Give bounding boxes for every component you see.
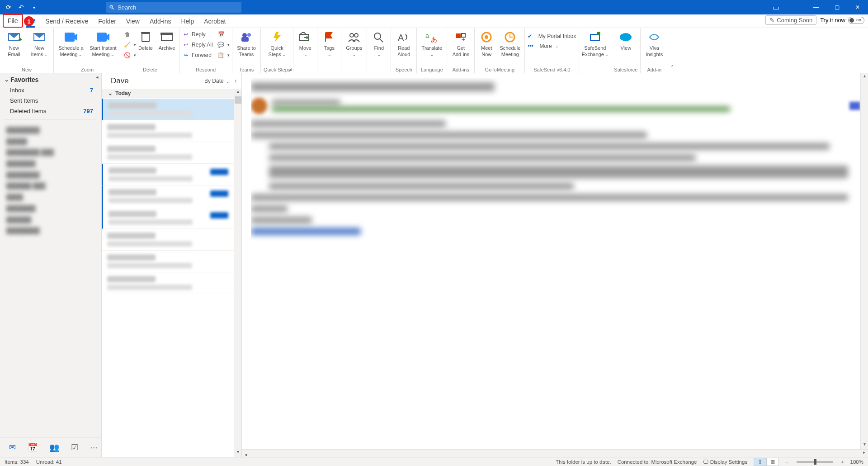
group-label-viva: Add-in bbox=[647, 67, 661, 73]
flag-icon[interactable] bbox=[849, 102, 860, 110]
nav-sent-items[interactable]: Sent Items bbox=[0, 95, 101, 106]
message-item[interactable] bbox=[102, 229, 234, 251]
message-item[interactable] bbox=[102, 164, 234, 185]
coming-soon-button[interactable]: ✎ Coming Soon bbox=[765, 15, 816, 25]
translate-button[interactable]: aあ Translate⌄ bbox=[420, 30, 444, 58]
ribbon-display-options-icon[interactable]: ▭ bbox=[767, 0, 785, 14]
translate-label: Translate⌄ bbox=[422, 45, 442, 58]
delete-button[interactable]: Delete bbox=[137, 30, 155, 52]
group-label-addins: Add-ins bbox=[453, 67, 469, 73]
forward-button[interactable]: ↪Forward bbox=[182, 51, 215, 60]
mail-icon[interactable]: ✉ bbox=[9, 442, 16, 452]
message-item[interactable] bbox=[102, 272, 234, 294]
get-addins-icon: + bbox=[453, 31, 468, 43]
meet-now-button[interactable]: Meet Now bbox=[477, 30, 495, 58]
scroll-up-icon[interactable]: ▴ bbox=[861, 73, 868, 81]
message-item[interactable] bbox=[102, 142, 234, 164]
message-list-scrollbar[interactable]: ▴ ▾ bbox=[234, 89, 241, 457]
view-tab[interactable]: View bbox=[126, 18, 140, 25]
zoom-out-button[interactable]: − bbox=[785, 459, 788, 465]
message-item[interactable] bbox=[102, 120, 234, 142]
refresh-icon[interactable]: ⟳ bbox=[5, 3, 13, 11]
quick-steps-launcher[interactable]: ◢ bbox=[288, 67, 292, 71]
share-to-teams-button[interactable]: Share to Teams bbox=[235, 30, 258, 58]
sort-direction-icon[interactable]: ↑ bbox=[234, 78, 237, 84]
tasks-icon[interactable]: ☑ bbox=[71, 442, 78, 452]
start-instant-meeting-button[interactable]: Start Instant Meeting⌄ bbox=[88, 30, 118, 58]
groups-button[interactable]: Groups⌄ bbox=[344, 30, 364, 58]
calendar-icon[interactable]: 📅 bbox=[28, 442, 38, 452]
cleanup-button[interactable]: 🧹▾ bbox=[124, 40, 134, 49]
scroll-down-icon[interactable]: ▾ bbox=[234, 449, 241, 457]
read-aloud-button[interactable]: A Read Aloud bbox=[394, 30, 414, 58]
try-it-now-toggle[interactable]: Off bbox=[848, 17, 864, 24]
move-button[interactable]: Move⌄ bbox=[296, 30, 314, 58]
file-tab[interactable]: File bbox=[3, 14, 23, 28]
message-item[interactable] bbox=[102, 207, 234, 229]
maximize-button[interactable]: ▢ bbox=[826, 0, 847, 14]
scroll-left-icon[interactable]: ◂ bbox=[242, 452, 250, 460]
safesend-exchange-button[interactable]: SafeSend Exchange⌄ bbox=[582, 30, 608, 58]
date-group-today[interactable]: ⌄ Today bbox=[102, 89, 241, 98]
addins-tab[interactable]: Add-ins bbox=[150, 18, 171, 25]
tags-button[interactable]: Tags⌄ bbox=[320, 30, 338, 58]
close-button[interactable]: ✕ bbox=[847, 0, 868, 14]
nav-deleted-items[interactable]: Deleted Items 797 bbox=[0, 106, 101, 116]
help-tab[interactable]: Help bbox=[181, 18, 194, 25]
send-receive-tab[interactable]: Send / Receive bbox=[45, 18, 88, 25]
viva-insights-label: Viva Insights bbox=[646, 45, 663, 58]
my-portal-inbox-button[interactable]: ✔ My Portal Inbox bbox=[528, 32, 576, 41]
schedule-meeting-button[interactable]: Schedule a Meeting⌄ bbox=[57, 30, 85, 58]
more-nav-icon[interactable]: ⋯ bbox=[90, 442, 98, 452]
salesforce-view-button[interactable]: View bbox=[616, 30, 636, 52]
zoom-level[interactable]: 100% bbox=[850, 459, 863, 465]
message-item[interactable] bbox=[102, 251, 234, 272]
meeting-button[interactable]: 📅 bbox=[217, 30, 229, 39]
sort-by-date[interactable]: By Date ⌄ bbox=[204, 78, 230, 84]
im-button[interactable]: 💬▾ bbox=[217, 40, 229, 49]
reply-all-button[interactable]: ↩Reply All bbox=[182, 40, 215, 49]
undo-icon[interactable]: ↶ bbox=[17, 3, 25, 11]
zoom-in-button[interactable]: + bbox=[841, 459, 844, 465]
new-email-button[interactable]: New Email bbox=[3, 30, 25, 58]
reply-button[interactable]: ↩Reply bbox=[182, 30, 215, 39]
message-item[interactable] bbox=[102, 185, 234, 207]
zoom-slider[interactable] bbox=[797, 461, 833, 463]
collapse-folder-pane-button[interactable]: ◂ bbox=[96, 74, 99, 80]
safesend-more-button[interactable]: ••• More⌄ bbox=[528, 42, 558, 51]
search-input[interactable] bbox=[118, 4, 241, 11]
search-box[interactable]: 🔍︎ bbox=[106, 2, 241, 13]
people-icon[interactable]: 👥 bbox=[49, 442, 59, 452]
reading-vertical-scrollbar[interactable]: ▴ ▾ bbox=[860, 73, 868, 449]
acrobat-tab[interactable]: Acrobat bbox=[204, 18, 226, 25]
display-settings-button[interactable]: 🖵 Display Settings bbox=[703, 459, 747, 465]
quick-steps-button[interactable]: Quick Steps⌄ bbox=[266, 30, 288, 58]
scroll-down-icon[interactable]: ▾ bbox=[861, 442, 868, 449]
scroll-up-icon[interactable]: ▴ bbox=[234, 89, 241, 96]
view-normal-button[interactable]: ▯ bbox=[754, 458, 766, 466]
qat-customize-icon[interactable]: ▾ bbox=[30, 3, 38, 11]
scroll-right-icon[interactable]: ▸ bbox=[860, 450, 868, 457]
reading-horizontal-scrollbar[interactable]: ◂ ▸ bbox=[242, 449, 868, 457]
archive-button[interactable]: Archive bbox=[157, 30, 176, 52]
scroll-thumb[interactable] bbox=[235, 96, 241, 104]
nav-inbox-count: 7 bbox=[90, 87, 93, 94]
folder-tab[interactable]: Folder bbox=[98, 18, 116, 25]
collapse-ribbon-button[interactable]: ˄ bbox=[668, 28, 677, 73]
junk-button[interactable]: 🚫▾ bbox=[124, 51, 134, 60]
schedule-gtm-button[interactable]: Schedule Meeting bbox=[498, 30, 522, 58]
nav-account-blurred[interactable]: █████████████████████ ██████████████████… bbox=[0, 122, 101, 239]
minimize-button[interactable]: ― bbox=[806, 0, 826, 14]
viva-insights-button[interactable]: Viva Insights bbox=[643, 30, 665, 58]
view-reading-button[interactable]: ▥ bbox=[766, 458, 779, 466]
message-item[interactable] bbox=[102, 99, 234, 120]
favorites-header[interactable]: ⌄ Favorites bbox=[0, 73, 101, 85]
zoom-knob[interactable] bbox=[814, 459, 816, 465]
get-addins-button[interactable]: + Get Add-ins bbox=[450, 30, 472, 58]
ignore-button[interactable]: 🗑 bbox=[124, 30, 134, 39]
find-button[interactable]: Find⌄ bbox=[370, 30, 388, 58]
more-respond-button[interactable]: 📋▾ bbox=[217, 51, 229, 60]
new-items-button[interactable]: New Items⌄ bbox=[28, 30, 51, 58]
nav-inbox[interactable]: Inbox 7 bbox=[0, 85, 101, 95]
safesend-exchange-icon bbox=[587, 31, 603, 43]
